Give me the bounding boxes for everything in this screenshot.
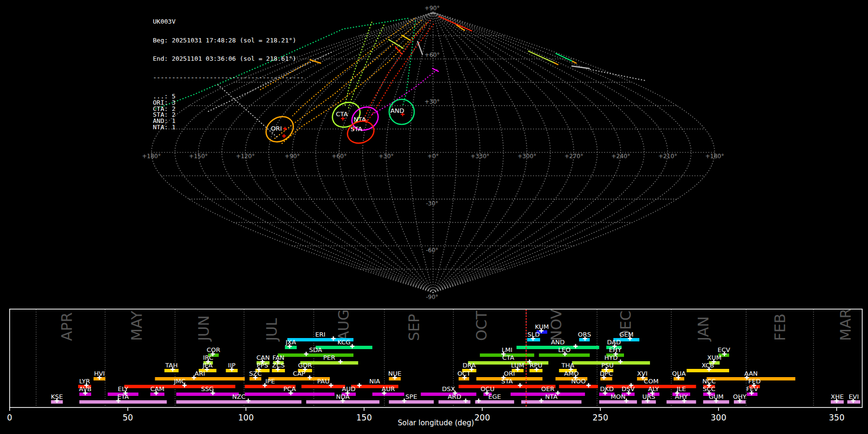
meteor-radiant-screen: ORICTANTASTAAND+90°+60°+30°-30°-60°-90°+…	[0, 0, 868, 434]
end-time-line: End: 20251101 03:36:06 (sol = 218.61°)	[153, 56, 304, 62]
radiant-and: AND	[389, 99, 414, 124]
shower-bar	[278, 353, 353, 357]
shower-label: KUM	[535, 323, 549, 330]
shower-cam: CAM	[150, 385, 164, 396]
shower-bar	[389, 400, 434, 404]
x-tick-label: 50	[122, 413, 133, 422]
shower-label: CTA	[502, 354, 514, 361]
shower-label: CAP	[293, 370, 305, 377]
x-tick-label: 250	[593, 413, 608, 422]
month-label: MAY	[128, 311, 145, 341]
shower-count-line: NTA: 1	[153, 124, 304, 131]
shower-label: MON	[610, 393, 625, 400]
month-label: AUG	[335, 309, 352, 341]
shower-label: ERI	[315, 331, 326, 338]
shower-label: DPC	[600, 370, 613, 377]
shower-avb: AVB	[79, 385, 92, 396]
shower-label: CAN	[257, 354, 270, 361]
month-label: NOV	[548, 309, 565, 341]
lat-label: +90°	[424, 5, 439, 12]
shower-label: QUA	[672, 370, 686, 377]
shower-label: PAU	[317, 378, 329, 385]
shower-bar	[176, 400, 301, 404]
meteor-streak	[554, 63, 558, 65]
lat-label: +30°	[424, 98, 439, 105]
shower-label: OCT	[457, 370, 470, 377]
grid-meridian	[316, 12, 433, 292]
lon-label: +90°	[285, 153, 299, 160]
shower-label: AUD	[342, 385, 355, 393]
shower-label: URS	[642, 393, 655, 400]
shower-label: COM	[644, 378, 659, 385]
shower-label: SLD	[528, 331, 540, 338]
shower-label: ETA	[117, 393, 129, 400]
shower-xhe: XHE	[831, 393, 844, 404]
x-tick-label: 150	[356, 413, 372, 422]
shower-label: SDA	[309, 346, 322, 353]
shower-label: XUM	[707, 354, 722, 361]
lon-label: +300°	[517, 153, 536, 160]
shower-bar	[316, 346, 373, 349]
observation-header: UK003V Beg: 20251031 17:48:28 (sol = 218…	[153, 6, 304, 143]
shower-label: ARI	[195, 370, 205, 377]
shower-label: OER	[541, 385, 554, 393]
shower-evi: EVI	[847, 393, 860, 404]
shower-label: FED	[748, 378, 761, 385]
x-tick-label: 0	[7, 413, 13, 422]
shower-label: THA	[561, 362, 574, 369]
shower-label: DRA	[462, 362, 476, 369]
shower-label: JMC	[174, 378, 186, 385]
shower-label: OCU	[481, 385, 495, 393]
shower-label: SPE	[406, 393, 417, 400]
shower-label: DKD	[600, 385, 614, 393]
meteor-trail	[590, 69, 645, 81]
month-label: JUL	[263, 318, 280, 342]
radiant-label: AND	[391, 107, 405, 114]
station-id: UK003V	[153, 19, 304, 25]
shower-label: AND	[551, 339, 565, 346]
shower-label: AHY	[675, 393, 688, 400]
radiant-label: CTA	[336, 110, 348, 118]
shower-label: NTA	[545, 393, 558, 400]
shower-ohy: OHY	[733, 393, 746, 404]
shower-label: NIA	[369, 378, 380, 385]
month-label: MAR	[837, 309, 854, 341]
lon-label: +270°	[565, 153, 583, 160]
shower-label: SSG	[201, 385, 214, 393]
radiant-map-and-timeline-plot: ORICTANTASTAAND+90°+60°+30°-30°-60°-90°+…	[0, 0, 868, 434]
shower-nue: NUE	[388, 370, 401, 380]
shower-label: PCA	[284, 385, 296, 393]
meteor-streak	[439, 16, 472, 31]
lon-label: +210°	[658, 153, 677, 160]
shower-bar	[666, 400, 696, 404]
shower-label: FAN	[272, 354, 285, 361]
shower-fev: FEV	[746, 385, 759, 396]
month-label: JAN	[695, 316, 712, 342]
x-axis-title: Solar longitude (deg)	[398, 419, 474, 427]
month-label: SEP	[406, 314, 422, 341]
shower-label: LEO	[558, 346, 570, 353]
shower-dpc: DPC	[600, 370, 613, 380]
shower-rpu: RPU	[529, 362, 542, 372]
shower-row-violet: KSEETANZCNDASPEARDEGENTAMONURSAHYGUMOHYX…	[51, 393, 861, 404]
shower-label: AMO	[564, 370, 579, 377]
lon-label: +180°	[142, 153, 161, 160]
lat-label: -60°	[426, 247, 438, 254]
lon-label: +240°	[611, 153, 630, 160]
shower-bar	[599, 400, 637, 404]
lat-label: +60°	[424, 52, 439, 58]
meteor-streak	[572, 61, 576, 63]
meteor-streak	[395, 47, 402, 54]
shower-label: ALY	[648, 385, 659, 393]
shower-bar	[372, 393, 404, 396]
shower-qua: QUA	[672, 370, 686, 380]
shower-bar	[521, 400, 582, 404]
shower-label: JXA	[285, 339, 296, 346]
x-tick-label: 200	[475, 413, 490, 422]
meteor-streak	[572, 66, 589, 68]
shower-count-list: ...: 5ORI: 3CTA: 2STA: 2AND: 1NTA: 1	[153, 94, 304, 131]
meteor-streak	[529, 51, 555, 63]
shower-label: GEM	[619, 331, 634, 338]
shower-label: TAH	[165, 362, 178, 369]
shower-label: STA	[501, 378, 513, 385]
